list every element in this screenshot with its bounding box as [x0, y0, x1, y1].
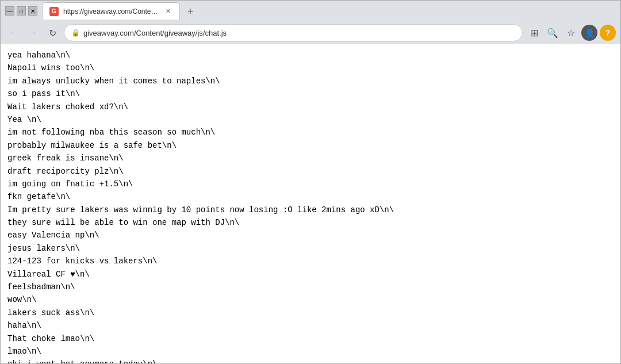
chat-line: fkn getafe\n\ [7, 190, 614, 203]
tab-favicon: G [49, 7, 59, 16]
chat-line: draft reciporcity plz\n\ [7, 165, 614, 178]
chat-line: im always unlucky when it comes to naple… [7, 75, 614, 87]
tab-close-button[interactable]: ✕ [163, 7, 172, 16]
chat-line: im going on fnatic +1.5\n\ [7, 178, 614, 190]
chat-line: haha\n\ [7, 319, 614, 332]
chat-line: im not following nba this season so much… [7, 126, 614, 139]
chat-line: Yea \n\ [7, 113, 614, 126]
new-tab-button[interactable]: + [182, 3, 198, 20]
chat-content[interactable]: yea hahana\n\Napoli wins too\n\im always… [1, 44, 620, 363]
bookmark-button[interactable]: ☆ [563, 25, 579, 41]
chat-line: Napoli wins too\n\ [7, 62, 614, 74]
close-button[interactable]: ✕ [28, 6, 37, 16]
chat-line: feelsbadman\n\ [7, 281, 614, 293]
chat-line: so i pass it\n\ [7, 87, 614, 100]
chat-line: easy Valencia np\n\ [7, 229, 614, 242]
browser-content: yea hahana\n\Napoli wins too\n\im always… [1, 44, 620, 363]
minimize-button[interactable]: — [5, 6, 14, 16]
chat-line: Wait lakers choked xd?\n\ [7, 101, 614, 113]
lock-icon: 🔒 [71, 29, 80, 37]
address-bar: ← → ↻ 🔒 giveawvay.com/Content/giveaway/j… [1, 21, 620, 44]
tabs-area: G https://giveawvay.com/Content/c ✕ + [40, 2, 616, 20]
maximize-button[interactable]: □ [17, 6, 26, 16]
chat-line: lakers suck ass\n\ [7, 306, 614, 319]
browser-window: — □ ✕ G https://giveawvay.com/Content/c … [0, 0, 621, 364]
search-button[interactable]: 🔍 [545, 25, 561, 41]
chat-line: they sure will be able to win one map wi… [7, 216, 614, 229]
toolbar-icons: ⊞ 🔍 ☆ 👤 ? [526, 25, 616, 41]
chat-line: probably milwaukee is a safe bet\n\ [7, 139, 614, 152]
translate-button[interactable]: ⊞ [526, 25, 542, 41]
back-button[interactable]: ← [5, 25, 21, 41]
title-bar: — □ ✕ G https://giveawvay.com/Content/c … [1, 1, 620, 21]
chat-line: yea hahana\n\ [7, 49, 614, 62]
url-bar[interactable]: 🔒 giveawvay.com/Content/giveaway/js/chat… [64, 24, 523, 41]
forward-button[interactable]: → [25, 25, 41, 41]
chat-line: wow\n\ [7, 293, 614, 306]
refresh-button[interactable]: ↻ [44, 25, 60, 41]
chat-line: lmao\n\ [7, 345, 614, 358]
chat-line: jesus lakers\n\ [7, 242, 614, 255]
chat-line: greek freak is insane\n\ [7, 152, 614, 164]
help-button[interactable]: ? [600, 25, 616, 41]
chat-line: Im pretty sure lakers was winnig by 10 p… [7, 204, 614, 216]
chat-line: That choke lmao\n\ [7, 332, 614, 345]
profile-button[interactable]: 👤 [581, 25, 597, 41]
chat-line: oki i wont bet anymore today\n\ [7, 358, 614, 363]
chat-line: 124-123 for knicks vs lakers\n\ [7, 255, 614, 267]
tab-title: https://giveawvay.com/Content/c [63, 7, 159, 16]
chat-line: Villareal CF ♥\n\ [7, 268, 614, 281]
url-text: giveawvay.com/Content/giveaway/js/chat.j… [83, 29, 515, 37]
active-tab[interactable]: G https://giveawvay.com/Content/c ✕ [42, 2, 180, 20]
window-controls: — □ ✕ [5, 6, 37, 16]
